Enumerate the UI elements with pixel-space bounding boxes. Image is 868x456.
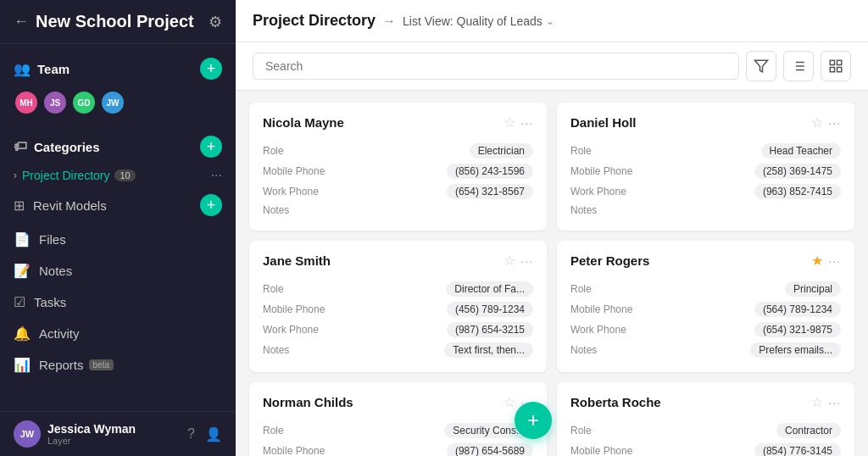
notes-icon: 📝 <box>14 263 31 279</box>
view-button[interactable] <box>821 51 851 81</box>
card-row-mobile: Mobile Phone (987) 654-5689 <box>263 441 533 456</box>
star-icon[interactable]: ☆ <box>504 114 515 131</box>
card-row-role: Role Contractor <box>570 420 841 441</box>
search-input[interactable] <box>253 53 739 80</box>
cards-area: Nicola Mayne ☆ ··· Role Electrician Mobi… <box>236 91 868 456</box>
card-name: Peter Rogers <box>570 253 649 268</box>
nav-notes[interactable]: 📝 Notes <box>0 255 236 286</box>
profile-icon[interactable]: 👤 <box>205 426 222 442</box>
sidebar-footer: JW Jessica Wyman Layer ? 👤 <box>0 411 236 456</box>
star-icon[interactable]: ☆ <box>504 253 515 269</box>
category-project-directory[interactable]: › Project Directory 10 ··· <box>0 164 236 186</box>
contact-card-nicola: Nicola Mayne ☆ ··· Role Electrician Mobi… <box>249 103 547 231</box>
nav-tasks[interactable]: ☑ Tasks <box>0 286 236 318</box>
contact-card-daniel: Daniel Holl ☆ ··· Role Head Teacher Mobi… <box>557 103 854 231</box>
nav-activity[interactable]: 🔔 Activity <box>0 318 236 349</box>
card-row-work: Work Phone (654) 321-8567 <box>263 181 533 202</box>
star-icon[interactable]: ☆ <box>811 394 823 410</box>
card-row-role: Role Director of Fa... <box>263 279 533 299</box>
svg-marker-0 <box>755 60 768 72</box>
user-role: Layer <box>47 436 136 446</box>
avatar-js[interactable]: JS <box>42 90 68 115</box>
avatar-jw[interactable]: JW <box>100 90 125 115</box>
reports-label: Reports <box>39 358 84 372</box>
sidebar-title-wrap: ← New School Project <box>14 12 194 31</box>
reports-icon: 📊 <box>14 357 31 373</box>
add-revit-button[interactable]: + <box>200 194 222 216</box>
category-more-icon[interactable]: ··· <box>211 168 222 183</box>
star-icon[interactable]: ☆ <box>504 394 515 410</box>
card-row-notes: Notes Text first, then... <box>263 340 533 360</box>
card-row-work: Work Phone (963) 852-7415 <box>570 181 841 202</box>
categories-header: 🏷 Categories + <box>0 129 236 164</box>
star-icon[interactable]: ☆ <box>811 114 823 131</box>
main-toolbar <box>236 42 868 91</box>
card-name: Jane Smith <box>263 253 331 268</box>
category-link[interactable]: Project Directory <box>22 169 109 182</box>
activity-icon: 🔔 <box>14 325 31 342</box>
contact-card-roberta: Roberta Roche ☆ ··· Role Contractor Mobi… <box>557 382 854 456</box>
card-row-mobile: Mobile Phone (258) 369-1475 <box>570 161 841 181</box>
svg-rect-7 <box>830 60 834 64</box>
team-section-header: 👥 Team + <box>0 51 236 86</box>
more-icon[interactable]: ··· <box>828 396 841 409</box>
filter-button[interactable] <box>746 51 776 81</box>
sort-button[interactable] <box>783 51 814 81</box>
card-row-mobile: Mobile Phone (564) 789-1234 <box>570 299 841 320</box>
team-label[interactable]: 👥 Team <box>14 61 70 77</box>
back-icon[interactable]: ← <box>14 13 29 31</box>
team-avatars: MH JS GD JW <box>0 86 236 122</box>
card-name: Roberta Roche <box>570 395 661 409</box>
user-info: JW Jessica Wyman Layer <box>14 420 136 448</box>
breadcrumb-chevron-icon: ⌄ <box>546 15 554 27</box>
nav-revit-models[interactable]: ⊞ Revit Models + <box>0 186 236 224</box>
card-row-work: Work Phone (987) 654-3215 <box>263 320 533 340</box>
tasks-icon: ☑ <box>14 294 25 310</box>
card-row-role: Role Head Teacher <box>570 141 841 161</box>
card-row-role: Role Security Cons... <box>263 420 533 441</box>
team-section: 👥 Team + MH JS GD JW <box>0 44 236 129</box>
svg-rect-9 <box>837 68 842 72</box>
add-team-button[interactable]: + <box>200 58 222 80</box>
files-label: Files <box>39 232 66 247</box>
chevron-icon: › <box>14 170 17 181</box>
avatar-gd[interactable]: GD <box>71 90 97 115</box>
more-icon[interactable]: ··· <box>828 116 841 130</box>
breadcrumb-sub-label: List View: Quality of Leads <box>403 14 542 28</box>
notes-label: Notes <box>39 264 72 278</box>
user-avatar[interactable]: JW <box>14 420 41 448</box>
card-row-mobile: Mobile Phone (456) 789-1234 <box>263 299 533 320</box>
card-row-role: Role Electrician <box>263 141 533 161</box>
revit-icon: ⊞ <box>14 197 25 214</box>
categories-label[interactable]: 🏷 Categories <box>14 139 100 154</box>
star-icon[interactable]: ★ <box>811 253 823 269</box>
more-icon[interactable]: ··· <box>520 254 533 268</box>
team-icon: 👥 <box>14 61 31 77</box>
help-icon[interactable]: ? <box>187 426 195 442</box>
main-header: Project Directory → List View: Quality o… <box>236 0 868 42</box>
card-row-notes: Notes <box>263 202 533 219</box>
svg-rect-10 <box>830 68 834 72</box>
main-title: Project Directory <box>253 12 376 30</box>
tasks-label: Tasks <box>34 295 66 309</box>
add-category-button[interactable]: + <box>200 136 222 158</box>
sidebar: ← New School Project ⚙ 👥 Team + MH JS GD… <box>0 0 236 456</box>
card-row-work: Work Phone (654) 321-9875 <box>570 320 841 340</box>
fab-add-button[interactable]: + <box>515 402 552 439</box>
nav-reports[interactable]: 📊 Reports beta <box>0 349 236 381</box>
card-row-mobile: Mobile Phone (856) 243-1596 <box>263 161 533 181</box>
sidebar-title: New School Project <box>36 12 194 31</box>
contact-card-norman: Norman Childs ☆ ··· Role Security Cons..… <box>249 382 547 456</box>
nav-files[interactable]: 📄 Files <box>0 224 236 255</box>
breadcrumb-sub[interactable]: List View: Quality of Leads ⌄ <box>403 14 554 28</box>
card-name: Norman Childs <box>263 395 353 409</box>
card-row-mobile: Mobile Phone (854) 776-3145 <box>570 441 841 456</box>
more-icon[interactable]: ··· <box>520 116 533 130</box>
gear-icon[interactable]: ⚙ <box>209 13 222 31</box>
card-row-notes: Notes <box>570 202 841 219</box>
avatar-mh[interactable]: MH <box>14 90 39 115</box>
categories-section: 🏷 Categories + › Project Directory 10 ··… <box>0 129 236 186</box>
more-icon[interactable]: ··· <box>828 254 841 268</box>
activity-label: Activity <box>39 326 80 341</box>
user-name: Jessica Wyman <box>47 422 136 436</box>
